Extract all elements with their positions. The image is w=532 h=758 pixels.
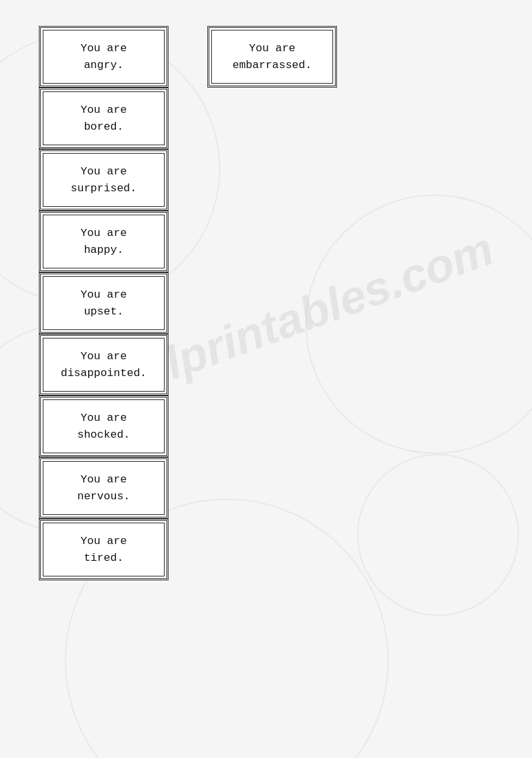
card-text-angry: You areangry.	[80, 40, 126, 73]
main-content: You areangry.You arebored.You aresurpris…	[0, 0, 532, 606]
right-column: You areembarrassed.	[207, 26, 337, 580]
card-surprised: You aresurprised.	[39, 149, 168, 211]
card-text-disappointed: You aredisappointed.	[61, 348, 147, 381]
card-text-embarrassed: You areembarrassed.	[233, 40, 312, 73]
card-text-tired: You aretired.	[80, 533, 126, 566]
card-embarrassed: You areembarrassed.	[207, 26, 337, 88]
card-shocked: You areshocked.	[39, 396, 168, 457]
card-text-upset: You areupset.	[80, 287, 126, 320]
card-text-nervous: You arenervous.	[77, 471, 130, 504]
card-text-happy: You arehappy.	[80, 225, 126, 258]
left-column: You areangry.You arebored.You aresurpris…	[39, 26, 168, 580]
card-text-surprised: You aresurprised.	[71, 163, 137, 196]
card-nervous: You arenervous.	[39, 457, 168, 519]
card-upset: You areupset.	[39, 272, 168, 334]
card-happy: You arehappy.	[39, 211, 168, 272]
card-tired: You aretired.	[39, 519, 168, 580]
card-angry: You areangry.	[39, 26, 168, 88]
card-bored: You arebored.	[39, 88, 168, 149]
card-text-shocked: You areshocked.	[77, 410, 130, 443]
card-text-bored: You arebored.	[80, 102, 126, 135]
card-disappointed: You aredisappointed.	[39, 334, 168, 396]
